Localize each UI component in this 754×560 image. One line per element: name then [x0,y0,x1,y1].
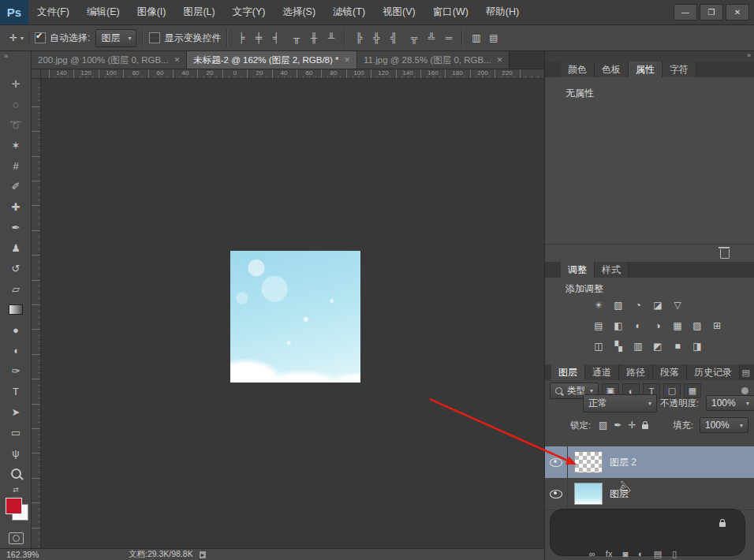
align-top-edges-button[interactable]: ╥ [289,32,304,45]
tab-adjustments[interactable]: 调整 [561,262,595,278]
layer-style-fx-icon[interactable]: fx [606,549,613,559]
layer-thumbnail-image[interactable] [574,483,603,505]
brightness-contrast-icon[interactable]: ☀ [591,298,607,312]
crop-tool[interactable]: # [0,155,32,176]
horizontal-ruler[interactable]: 140 120 100 80 60 40 20 0 20 40 60 80 10… [41,69,544,79]
eyedropper-tool[interactable]: ✐ [0,176,32,196]
healing-brush-tool[interactable]: ✚ [0,196,32,217]
lock-position-button[interactable]: ✛ [628,420,636,431]
lasso-tool[interactable]: ➰ [0,114,32,135]
align-bottom-edges-button[interactable]: ╨ [323,32,338,45]
collapse-panels-icon[interactable]: » [747,51,751,59]
fill-dropdown[interactable]: 100% ▾ [700,417,748,433]
align-left-edges-button[interactable]: ╞ [233,32,248,45]
tab-paths[interactable]: 路径 [619,364,653,380]
close-tab-icon[interactable]: ✕ [345,56,351,64]
dodge-tool[interactable]: ◖ [0,340,32,360]
link-layers-icon[interactable]: ∞ [589,549,595,559]
menu-filter[interactable]: 滤镜(T) [324,0,374,24]
distribute-bottom-button[interactable]: ═ [441,32,456,45]
quick-select-tool[interactable]: ✶ [0,135,32,155]
threshold-icon[interactable]: ▚ [610,339,626,353]
menu-window[interactable]: 窗口(W) [424,0,477,24]
filter-smart-objects-button[interactable]: ▦ [684,383,701,398]
pen-tool[interactable]: ✑ [0,360,32,381]
zoom-tool[interactable] [0,463,32,483]
filter-shape-layers-button[interactable]: ▢ [663,383,681,398]
distribute-center-button[interactable]: ╬ [368,32,383,45]
tab-styles[interactable]: 样式 [595,262,629,278]
ruler-origin[interactable] [32,69,41,79]
photo-filter-icon[interactable]: ◑ [650,319,666,333]
delete-layer-icon[interactable]: ▯ [672,549,677,559]
menu-select[interactable]: 选择(S) [274,0,324,24]
pattern-icon[interactable]: ◨ [689,339,705,353]
new-group-icon[interactable]: ▤ [654,549,662,559]
tab-character[interactable]: 字符 [663,62,696,77]
layer-row-layer-1[interactable]: 图层 [545,478,754,510]
layer-row-layer-2[interactable]: 图层 2 [545,446,754,479]
quick-mask-button[interactable] [9,532,24,544]
collapse-tools-icon[interactable]: » [0,51,31,60]
menu-file[interactable]: 文件(F) [28,0,78,24]
layer-thumbnail-transparent[interactable] [574,451,603,473]
align-horizontal-centers-button[interactable]: ╪ [251,32,266,45]
gradient-tool[interactable] [0,299,32,319]
opacity-dropdown[interactable]: 100% ▾ [706,395,754,411]
levels-icon[interactable]: ▧ [610,298,626,312]
layer-mask-icon[interactable]: ◙ [622,549,628,559]
tab-11jpg[interactable]: 11.jpg @ 28.5% (图层 0, RGB... ✕ [357,51,510,69]
tab-properties[interactable]: 属性 [629,62,663,77]
distribute-left-button[interactable]: ╠ [351,32,366,45]
posterize-icon[interactable]: ◫ [591,339,607,353]
current-tool-preset[interactable]: ✛ ▾ [5,31,29,45]
lock-image-pixels-button[interactable]: ✒ [614,420,621,431]
close-tab-icon[interactable]: ✕ [497,56,503,64]
menu-image[interactable]: 图像(I) [129,0,175,24]
tab-channels[interactable]: 通道 [585,364,619,380]
show-transform-checkbox[interactable] [149,32,160,43]
menu-help[interactable]: 帮助(H) [477,0,528,24]
tab-200jpg[interactable]: 200.jpg @ 100% (图层 0, RGB... ✕ [32,51,187,69]
invert-icon[interactable]: ⊞ [709,319,725,333]
visibility-eye-icon[interactable] [550,458,562,467]
move-tool[interactable]: ✛ [0,73,32,94]
marquee-tool[interactable]: ◌ [0,94,32,114]
distribute-top-button[interactable]: ╦ [406,32,421,45]
color-balance-icon[interactable]: ◧ [610,319,626,333]
lock-all-button[interactable] [642,424,648,429]
channel-mixer-icon[interactable]: ▦ [670,319,685,333]
layer-name[interactable]: 图层 2 [610,456,636,469]
filter-switch-toggle[interactable] [741,387,748,394]
color-lookup-icon[interactable]: ▨ [689,319,705,333]
shape-tool[interactable]: ▭ [0,422,32,442]
blur-tool[interactable]: ● [0,319,32,340]
align-vertical-centers-button[interactable]: ╫ [306,32,321,45]
history-brush-tool[interactable]: ↺ [0,258,32,278]
tab-color[interactable]: 颜色 [561,62,595,77]
gradient-map-icon[interactable]: ▥ [630,339,646,353]
close-tab-icon[interactable]: ✕ [174,56,181,64]
solid-color-icon[interactable]: ■ [670,339,685,353]
clone-stamp-tool[interactable]: ♟ [0,237,32,258]
distribute-right-button[interactable]: ╣ [386,32,401,45]
align-right-edges-button[interactable]: ╡ [268,32,283,45]
tab-layers[interactable]: 图层 [551,364,585,380]
path-select-tool[interactable]: ➤ [0,401,32,422]
trash-icon[interactable] [720,249,730,259]
menu-edit[interactable]: 编辑(E) [78,0,129,24]
exposure-icon[interactable]: ◪ [650,298,666,312]
document-image[interactable] [230,251,360,383]
vibrance-icon[interactable]: ▽ [670,298,685,312]
adjustment-layer-icon[interactable]: ◐ [638,549,644,559]
auto-select-checkbox[interactable]: ✔ [35,32,46,43]
blend-mode-dropdown[interactable]: 正常 ▾ [583,394,657,413]
menu-type[interactable]: 文字(Y) [224,0,274,24]
visibility-eye-icon[interactable] [550,490,562,498]
hand-tool[interactable]: ψ [0,442,32,463]
menu-layer[interactable]: 图层(L) [174,0,223,24]
tab-untitled-2[interactable]: 未标题-2 @ 162% (图层 2, RGB/8) * ✕ [187,51,357,69]
minimize-button[interactable]: — [674,4,697,21]
lock-transparent-pixels-button[interactable]: ▨ [599,420,607,431]
auto-select-target-dropdown[interactable]: 图层 ▾ [95,29,136,47]
